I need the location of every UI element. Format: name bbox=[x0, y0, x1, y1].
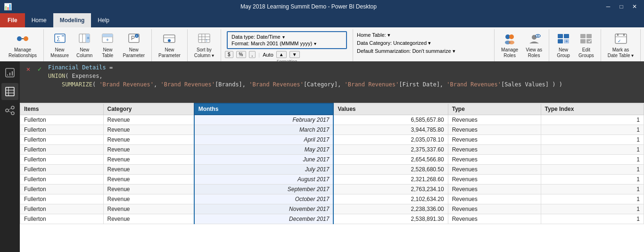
data-category-row: Data Category: Uncategorized ▾ bbox=[357, 40, 490, 46]
close-button[interactable]: ✕ bbox=[629, 2, 640, 11]
menu-bar: File Home Modeling Help bbox=[0, 13, 644, 27]
svg-rect-37 bbox=[558, 39, 563, 43]
formula-area: ✕ ✓ Financial Details = UNION( Expenses,… bbox=[0, 61, 644, 75]
formula-confirm-button[interactable]: ✓ bbox=[35, 64, 44, 74]
comma-button[interactable]: , bbox=[249, 51, 256, 58]
svg-rect-22 bbox=[198, 34, 210, 42]
title-bar: 📊 May 2018 Learning Summit Demo - Power … bbox=[0, 0, 644, 13]
svg-text:+: + bbox=[106, 37, 109, 42]
svg-text:+: + bbox=[565, 39, 568, 44]
what-if-parameter-button[interactable]: NewParameter bbox=[156, 30, 183, 59]
formula-cancel-button[interactable]: ✕ bbox=[24, 64, 33, 74]
new-table-icon: + bbox=[100, 31, 115, 46]
new-measure-button[interactable]: ∑ NewMeasure bbox=[48, 30, 72, 59]
tab-modeling[interactable]: Modeling bbox=[53, 13, 91, 27]
format-row: Format: March 2001 (MMMM yyyy) ▾ bbox=[231, 41, 342, 46]
svg-text:+: + bbox=[87, 35, 90, 41]
view-as-roles-button[interactable]: View asRoles bbox=[523, 30, 545, 59]
tab-file[interactable]: File bbox=[0, 13, 25, 27]
new-table-label: NewTable bbox=[102, 47, 113, 59]
format-dropdown-arrow[interactable]: ▾ bbox=[314, 41, 316, 46]
window-controls: ─ □ ✕ bbox=[603, 2, 640, 11]
new-group-button[interactable]: + NewGroup bbox=[553, 30, 574, 59]
maximize-button[interactable]: □ bbox=[616, 2, 627, 11]
sidebar-report-icon[interactable] bbox=[1, 64, 18, 75]
manage-relationships-button[interactable]: ManageRelationships bbox=[6, 30, 40, 59]
new-group-icon: + bbox=[556, 31, 571, 46]
view-as-roles-icon bbox=[527, 31, 542, 46]
formatting-row: $ % , | Auto ▲ ▼ bbox=[223, 50, 351, 59]
new-parameter-icon: P+ bbox=[126, 31, 141, 46]
percent-button[interactable]: % bbox=[236, 51, 246, 58]
new-parameter-label: NewParameter bbox=[123, 47, 145, 59]
auto-up-button[interactable]: ▲ bbox=[276, 51, 287, 58]
new-group-label: NewGroup bbox=[557, 47, 570, 59]
svg-point-21 bbox=[168, 39, 171, 42]
format-label: Format: March 2001 (MMMM yyyy) bbox=[231, 41, 312, 46]
manage-roles-label: ManageRoles bbox=[501, 47, 518, 59]
svg-rect-46 bbox=[617, 34, 619, 36]
svg-rect-42 bbox=[580, 39, 586, 43]
sort-by-column-icon: ↕ bbox=[197, 31, 212, 46]
dollar-button[interactable]: $ bbox=[225, 51, 233, 58]
tab-home[interactable]: Home bbox=[25, 13, 53, 27]
mark-as-date-table-label: Mark asDate Table ▾ bbox=[608, 47, 634, 59]
new-parameter-button[interactable]: P+ NewParameter bbox=[120, 30, 148, 59]
svg-rect-35 bbox=[558, 34, 563, 38]
svg-text:+: + bbox=[135, 34, 138, 38]
svg-point-29 bbox=[509, 34, 514, 39]
formula-line2: UNION( Expenses, bbox=[48, 72, 640, 75]
what-if-icon bbox=[162, 31, 177, 46]
new-measure-label: NewMeasure bbox=[50, 47, 69, 59]
default-summarization-row: Default Summarization: Don't summarize ▾ bbox=[357, 48, 490, 54]
new-table-button[interactable]: + NewTable bbox=[97, 30, 118, 59]
formula-controls: ✕ ✓ bbox=[24, 64, 44, 74]
edit-groups-button[interactable]: EditGroups bbox=[576, 30, 597, 59]
what-if-label: NewParameter bbox=[158, 47, 181, 59]
sort-by-column-label: Sort byColumn ▾ bbox=[194, 47, 214, 59]
minimize-button[interactable]: ─ bbox=[603, 2, 614, 11]
formatting-separator: | bbox=[258, 52, 260, 58]
svg-rect-36 bbox=[564, 34, 569, 38]
tab-help[interactable]: Help bbox=[91, 13, 116, 27]
new-measure-icon: ∑ bbox=[52, 31, 67, 46]
sort-by-column-button[interactable]: ↕ Sort byColumn ▾ bbox=[191, 30, 217, 59]
app-icon: 📊 bbox=[4, 3, 12, 10]
auto-label: Auto bbox=[263, 52, 273, 58]
formula-line1: Financial Details = bbox=[48, 63, 640, 72]
format-panel: Data type: Date/Time ▾ Format: March 200… bbox=[221, 29, 353, 66]
svg-rect-47 bbox=[623, 34, 625, 36]
home-table-label: Home Table: ▾ bbox=[357, 32, 390, 38]
home-table-row: Home Table: ▾ bbox=[357, 32, 490, 38]
svg-text:✓: ✓ bbox=[618, 39, 621, 43]
data-type-dropdown-arrow[interactable]: ▾ bbox=[282, 34, 285, 40]
formula-content: Financial Details = UNION( Expenses, SUM… bbox=[48, 63, 640, 75]
new-column-button[interactable]: + NewColumn bbox=[74, 30, 95, 59]
edit-groups-icon bbox=[578, 31, 594, 46]
window-title: May 2018 Learning Summit Demo - Power BI… bbox=[15, 3, 603, 10]
formula-bar: ✕ ✓ Financial Details = UNION( Expenses,… bbox=[20, 61, 644, 75]
sidebar bbox=[0, 61, 20, 75]
data-category-label: Data Category: Uncategorized ▾ bbox=[357, 40, 431, 46]
new-column-label: NewColumn bbox=[76, 47, 92, 59]
svg-point-34 bbox=[537, 35, 538, 37]
manage-relationships-label: ManageRelationships bbox=[8, 47, 37, 59]
manage-roles-button[interactable]: ManageRoles bbox=[498, 30, 521, 59]
svg-point-1 bbox=[24, 36, 28, 41]
svg-point-31 bbox=[509, 41, 514, 44]
svg-text:↕: ↕ bbox=[206, 38, 208, 42]
format-options-box: Data type: Date/Time ▾ Format: March 200… bbox=[227, 31, 347, 49]
svg-rect-41 bbox=[586, 34, 592, 38]
edit-groups-label: EditGroups bbox=[578, 47, 594, 59]
svg-rect-40 bbox=[580, 34, 586, 38]
data-type-label: Data type: Date/Time bbox=[231, 34, 281, 40]
new-column-icon: + bbox=[77, 31, 92, 46]
svg-point-0 bbox=[17, 36, 22, 41]
auto-down-button[interactable]: ▼ bbox=[289, 51, 300, 58]
svg-text:∑: ∑ bbox=[57, 35, 60, 42]
mark-as-date-table-button[interactable]: ✓ Mark asDate Table ▾ bbox=[605, 30, 636, 59]
manage-roles-icon bbox=[502, 31, 517, 46]
default-summarization-label: Default Summarization: Don't summarize ▾ bbox=[357, 48, 455, 54]
view-as-roles-label: View asRoles bbox=[526, 47, 542, 59]
data-type-row: Data type: Date/Time ▾ bbox=[231, 34, 342, 40]
